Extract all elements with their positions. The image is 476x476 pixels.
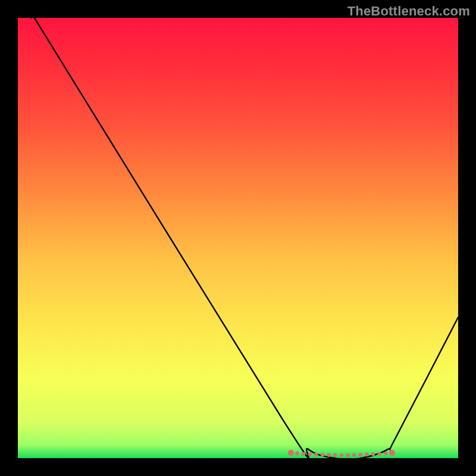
outer-frame: TheBottleneck.com	[0, 0, 476, 476]
min-dot	[371, 452, 375, 456]
min-dot	[365, 453, 368, 456]
min-dot	[288, 450, 294, 456]
min-dot	[327, 453, 330, 457]
min-dot	[308, 452, 312, 456]
min-dot	[340, 453, 343, 457]
min-dot	[321, 453, 324, 456]
plot-area	[18, 18, 458, 458]
min-dot	[346, 453, 349, 457]
gradient-background	[18, 18, 458, 458]
min-dot	[384, 452, 387, 455]
min-dot	[295, 452, 299, 455]
min-dot	[333, 453, 337, 457]
min-dot	[302, 452, 305, 455]
min-dot	[314, 453, 318, 456]
min-dot	[378, 452, 381, 455]
min-dot	[359, 453, 362, 456]
min-dot	[352, 453, 356, 457]
watermark-credit: TheBottleneck.com	[347, 4, 470, 19]
min-dot	[389, 450, 395, 456]
chart-svg	[18, 18, 458, 458]
